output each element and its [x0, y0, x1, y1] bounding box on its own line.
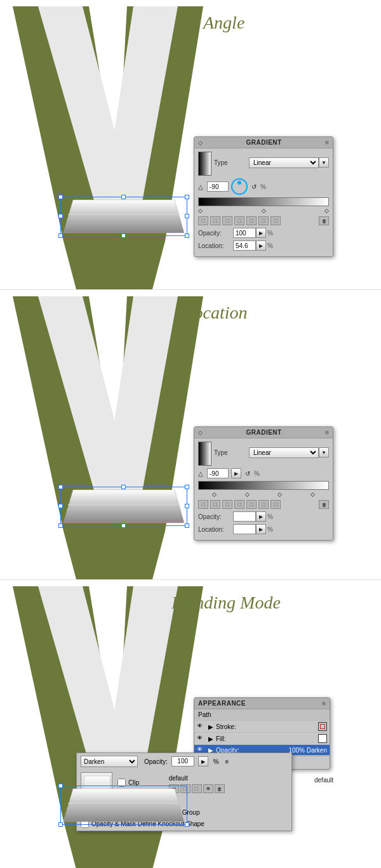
stroke-eye-icon[interactable]: 👁 [197, 723, 206, 730]
panel-collapse-icon[interactable]: ◇ [198, 140, 203, 146]
grad2-icon-btn-1[interactable]: ⬚ [198, 500, 208, 509]
stop2-right[interactable]: ◇ [277, 491, 282, 497]
grad2-icon-btn-4[interactable]: ⬚ [234, 500, 244, 509]
grad-icon-btn-5[interactable]: ⬚ [246, 216, 257, 225]
location-input-2[interactable] [233, 524, 256, 534]
gradient-icons-row-2: ⬚ ⬚ ⬚ ⬚ ⬚ ⬚ ⬚ 🗑 [198, 500, 329, 509]
appearance-menu-icon[interactable]: ≡ [322, 700, 326, 707]
handle-tc[interactable] [121, 195, 126, 199]
type-label-1: Type [214, 159, 249, 166]
location-arrow-2[interactable]: ▶ [256, 524, 266, 534]
grad-icon-btn-1[interactable]: ⬚ [198, 216, 208, 225]
opacity-arrow-2[interactable]: ▶ [256, 511, 266, 522]
grad-icon-btn-2[interactable]: ⬚ [210, 216, 220, 225]
svg-marker-11 [64, 531, 165, 579]
grad2-icon-btn-5[interactable]: ⬚ [246, 500, 257, 509]
default-text-blend: default [169, 775, 225, 782]
grad2-icon-btn-6[interactable]: ⬚ [258, 500, 269, 509]
opacity-label-blend: Opacity: [144, 758, 168, 765]
type-arrow-btn-2[interactable]: ▼ [319, 447, 329, 457]
gradient-bar-1 [198, 197, 329, 206]
blend-row1: Darken Opacity: 100 ▶ % ≡ [77, 753, 291, 770]
grad-icon-btn-7[interactable]: ⬚ [271, 216, 281, 225]
handle-2-br[interactable] [185, 523, 189, 528]
grad2-trash-btn[interactable]: 🗑 [319, 500, 329, 509]
handle-3-bl[interactable] [58, 822, 63, 827]
blend-list-icon[interactable]: ≡ [225, 758, 229, 765]
blend-act-btn-3[interactable]: ⬚ [192, 784, 202, 793]
percent-2: % [254, 470, 260, 477]
opacity-input-2[interactable] [233, 511, 256, 522]
blend-act-btn-5[interactable]: 🗑 [215, 784, 225, 793]
stop2-extra[interactable]: ◇ [311, 491, 315, 497]
angle-row-1: △ -90 ↺ % [198, 178, 329, 195]
gradient-panel-body-1: Type Linear ▼ △ -90 ↺ [194, 148, 333, 256]
grad-icon-btn-4[interactable]: ⬚ [234, 216, 244, 225]
stop2-mid[interactable]: ◇ [245, 491, 250, 497]
fill-eye-icon[interactable]: 👁 [197, 735, 206, 742]
grad2-icon-btn-2[interactable]: ⬚ [210, 500, 220, 509]
angle-input-2[interactable]: -90 [207, 468, 229, 478]
stop-marker-left[interactable]: ◇ [198, 207, 203, 214]
gradient-icons-row-1: ⬚ ⬚ ⬚ ⬚ ⬚ ⬚ ⬚ 🗑 [198, 216, 329, 225]
handle-2-bc[interactable] [121, 523, 126, 528]
handle-br[interactable] [185, 233, 189, 238]
handle-bc[interactable] [121, 233, 126, 238]
stroke-swatch[interactable] [318, 722, 327, 731]
grad2-icon-btn-7[interactable]: ⬚ [271, 500, 281, 509]
handle-ml[interactable] [58, 214, 63, 218]
opacity-arrow-1[interactable]: ▶ [256, 228, 266, 238]
handle-mr[interactable] [185, 214, 189, 218]
stop2-left[interactable]: ◇ [212, 491, 217, 497]
object-3 [60, 786, 187, 825]
handle-tl[interactable] [58, 195, 63, 199]
handle-2-tl[interactable] [58, 485, 63, 489]
angle-input-1[interactable]: -90 [207, 181, 229, 192]
stop-marker-mid[interactable]: ◇ [262, 207, 266, 214]
handle-2-ml[interactable] [58, 504, 63, 508]
handle-bl[interactable] [58, 233, 63, 238]
type-row-1: Type Linear ▼ [214, 157, 329, 168]
angle-control-1[interactable] [231, 178, 248, 195]
fill-swatch[interactable] [318, 734, 327, 743]
stop-marker-right[interactable]: ◇ [324, 207, 329, 214]
reverse-icon-1[interactable]: ↺ [251, 183, 257, 190]
panel-collapse-icon-2[interactable]: ◇ [198, 430, 203, 436]
grad-icon-btn-6[interactable]: ⬚ [258, 216, 269, 225]
type-arrow-btn-1[interactable]: ▼ [319, 157, 329, 168]
blend-opacity-input[interactable]: 100 [171, 756, 194, 766]
appear-fill-row: 👁 ▶ Fill: [194, 733, 330, 745]
handle-3-br[interactable] [185, 822, 189, 827]
blend-opacity-arrow[interactable]: ▶ [198, 756, 208, 766]
location-arrow-1[interactable]: ▶ [256, 240, 266, 251]
angle-row-2: △ -90 ▶ ↺ % [198, 468, 329, 478]
fill-arrow-icon[interactable]: ▶ [208, 735, 213, 742]
appear-stroke-row: 👁 ▶ Stroke: [194, 721, 330, 733]
grad-trash-btn-1[interactable]: 🗑 [319, 216, 329, 225]
handle-2-tr[interactable] [185, 485, 189, 489]
opacity-label-2: Opacity: [198, 513, 233, 520]
handle-2-bl[interactable] [58, 523, 63, 528]
grad-icon-btn-3[interactable]: ⬚ [222, 216, 232, 225]
panel-menu-icon[interactable]: ≡ [325, 139, 329, 146]
blend-mode-select[interactable]: Darken [81, 756, 138, 767]
location-input-1[interactable]: 54.6 [233, 240, 256, 251]
object-1 [60, 197, 187, 236]
opacity-input-1[interactable]: 100 [233, 228, 256, 238]
grad2-icon-btn-3[interactable]: ⬚ [222, 500, 232, 509]
appear-fill-label: Fill: [216, 735, 318, 742]
handle-2-mr[interactable] [185, 504, 189, 508]
angle-arrow-2[interactable]: ▶ [231, 468, 241, 478]
stroke-arrow-icon[interactable]: ▶ [208, 723, 213, 730]
blend-act-btn-4[interactable]: ⊕ [203, 784, 213, 793]
handle-2-tc[interactable] [121, 485, 126, 489]
handle-tr[interactable] [185, 195, 189, 199]
panel-menu-icon-2[interactable]: ≡ [325, 429, 329, 436]
type-select-2[interactable]: Linear [249, 447, 319, 458]
reverse-icon-2[interactable]: ↺ [245, 470, 250, 477]
gradient-panel-header-2: ◇ GRADIENT ≡ [194, 427, 333, 438]
appearance-panel-header: APPEARANCE ≡ [194, 698, 330, 709]
type-select-1[interactable]: Linear [249, 157, 319, 168]
gradient-preview-box-1 [198, 152, 211, 176]
handle-3-tl[interactable] [58, 784, 63, 788]
